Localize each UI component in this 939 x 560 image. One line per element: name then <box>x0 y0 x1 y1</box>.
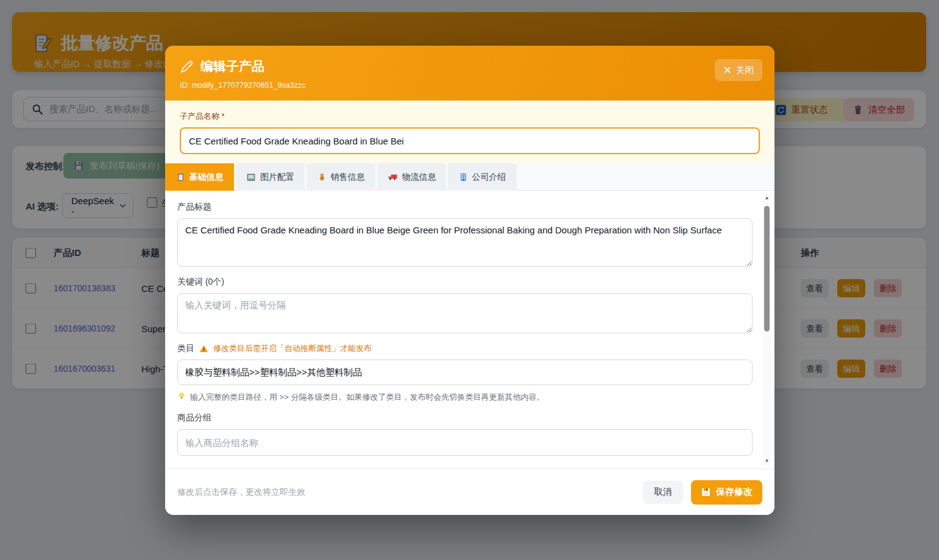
category-hint-row: 输入完整的类目路径，用 >> 分隔各级类目。如果修改了类目，发布时会先切换类目再… <box>177 392 753 403</box>
edit-subproduct-modal: 编辑子产品 ID: modify_1770779270651_9sa3zzc ✕… <box>165 46 774 515</box>
product-title-label: 产品标题 <box>177 202 753 213</box>
close-button[interactable]: ✕ 关闭 <box>715 59 762 81</box>
tab-basic-info[interactable]: 基础信息 <box>165 163 234 191</box>
modal-body: 产品标题 CE Certified Food Grade Kneading Bo… <box>165 191 774 469</box>
building-icon <box>459 172 468 182</box>
picture-icon <box>246 172 256 182</box>
save-floppy-icon <box>701 487 711 497</box>
warning-icon <box>199 344 208 353</box>
tab-sales-info[interactable]: $ 销售信息 <box>307 163 375 191</box>
scrollbar-up-arrow[interactable]: ▲ <box>763 194 771 202</box>
subproduct-name-label: 子产品名称 * <box>180 111 760 122</box>
category-label: 类目 <box>177 343 194 354</box>
scrollbar-down-arrow[interactable]: ▼ <box>763 457 771 466</box>
save-button-label: 保存修改 <box>716 486 753 498</box>
modal-tab-bar: 基础信息 图片配置 $ 销售信息 物流信息 <box>165 163 774 191</box>
category-input[interactable] <box>177 360 753 385</box>
group-label: 商品分组 <box>177 413 753 424</box>
close-label: 关闭 <box>736 65 754 76</box>
close-icon: ✕ <box>723 65 732 76</box>
app-root: 批量修改产品 输入产品ID → 提取数据 → 修改内容 → 搜索产品ID、名称或… <box>0 0 939 560</box>
modal-title-row: 编辑子产品 <box>180 58 760 75</box>
save-button[interactable]: 保存修改 <box>691 480 762 505</box>
category-label-row: 类目 修改类目后需开启「自动推断属性」才能发布 <box>177 343 753 354</box>
tab-image-config[interactable]: 图片配置 <box>236 163 305 191</box>
tab-label: 物流信息 <box>402 172 436 183</box>
subproduct-name-input[interactable] <box>180 127 760 154</box>
group-input[interactable] <box>177 429 753 456</box>
category-hint: 输入完整的类目路径，用 >> 分隔各级类目。如果修改了类目，发布时会先切换类目再… <box>190 392 544 403</box>
truck-icon <box>388 172 398 182</box>
footer-note: 修改后点击保存，更改将立即生效 <box>177 487 305 498</box>
scrollbar-thumb[interactable] <box>764 206 770 331</box>
modal-scrollbar: ▲ ▼ <box>763 194 771 466</box>
modal-header: 编辑子产品 ID: modify_1770779270651_9sa3zzc ✕… <box>165 46 774 101</box>
bulb-icon <box>177 392 186 400</box>
tab-label: 销售信息 <box>331 172 365 183</box>
modal-title: 编辑子产品 <box>200 58 264 75</box>
keywords-textarea[interactable] <box>177 293 753 333</box>
tab-company-intro[interactable]: 公司介绍 <box>448 163 517 191</box>
modal-footer: 修改后点击保存，更改将立即生效 取消 保存修改 <box>165 469 774 515</box>
cancel-button[interactable]: 取消 <box>643 481 683 504</box>
modal-id-line: ID: modify_1770779270651_9sa3zzc <box>180 81 760 90</box>
tab-label: 公司介绍 <box>472 172 506 183</box>
pencil-icon <box>180 60 194 74</box>
tab-label: 基础信息 <box>190 172 224 183</box>
keywords-label: 关键词 (0个) <box>177 277 753 288</box>
subproduct-name-section: 子产品名称 * <box>165 101 774 163</box>
product-title-textarea[interactable]: CE Certified Food Grade Kneading Board i… <box>177 218 753 267</box>
clipboard-icon <box>176 172 185 182</box>
category-warning: 修改类目后需开启「自动推断属性」才能发布 <box>213 343 372 354</box>
tab-logistics-info[interactable]: 物流信息 <box>377 163 446 191</box>
moneybag-icon: $ <box>317 172 327 182</box>
tab-label: 图片配置 <box>260 172 294 183</box>
